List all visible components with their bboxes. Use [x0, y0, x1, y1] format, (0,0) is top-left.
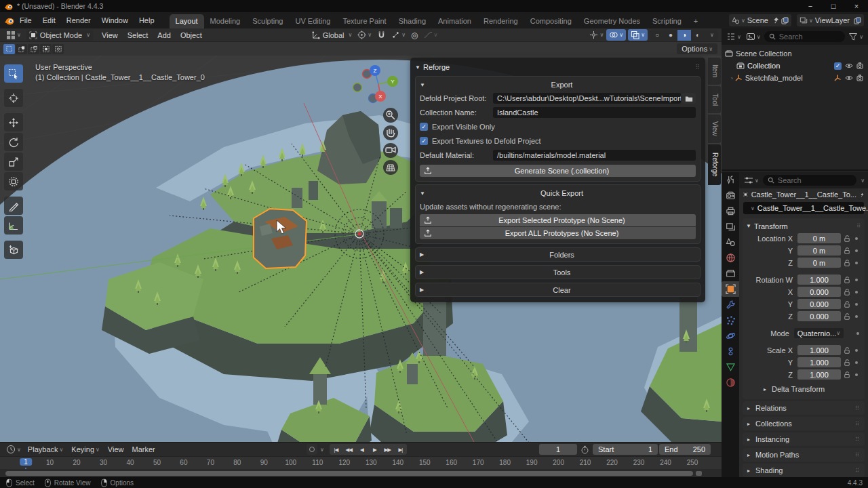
collapse-icon[interactable]: ▸: [747, 468, 755, 474]
animate-dot[interactable]: [853, 262, 860, 264]
frame-end-field[interactable]: End250: [659, 444, 711, 455]
lock-toggle[interactable]: [841, 346, 853, 354]
transform-value-field[interactable]: 0.000: [797, 299, 841, 309]
menu-edit[interactable]: Edit: [37, 14, 61, 26]
collapse-icon[interactable]: ▸: [747, 452, 755, 458]
section-collections[interactable]: ▸Collections⠿: [743, 417, 865, 430]
ruler-tick[interactable]: 250: [687, 459, 698, 466]
options-dropdown[interactable]: Options∨: [677, 43, 717, 54]
viewport-menu-select[interactable]: Select: [123, 30, 153, 41]
physics-properties-tab[interactable]: [722, 328, 739, 344]
frame-start-field[interactable]: Start1: [593, 444, 658, 455]
animate-dot[interactable]: [853, 237, 860, 240]
reforge-section-folders[interactable]: ▶Folders: [415, 247, 701, 262]
workspace-tab-modeling[interactable]: Modeling: [204, 14, 247, 28]
section-relations[interactable]: ▸Relations⠿: [743, 401, 865, 415]
select-mode-extend[interactable]: [16, 44, 27, 54]
maximize-button[interactable]: □: [822, 0, 845, 12]
workspace-tab-layout[interactable]: Layout: [170, 14, 204, 28]
lock-toggle[interactable]: [841, 371, 853, 379]
expand-arrow-icon[interactable]: ›: [731, 75, 733, 81]
select-mode-subtract[interactable]: [28, 44, 39, 54]
shading-material-button[interactable]: ◑: [677, 30, 691, 41]
lock-toggle[interactable]: [841, 288, 853, 296]
pan-hand-button[interactable]: [383, 125, 398, 140]
ruler-tick[interactable]: 60: [180, 459, 187, 466]
ruler-tick[interactable]: 220: [606, 459, 618, 466]
outliner-search-input[interactable]: Search: [764, 31, 845, 42]
browse-folder-button[interactable]: [682, 93, 696, 104]
gizmo-axis-neg-y[interactable]: [353, 83, 362, 92]
collapse-icon[interactable]: ▶: [420, 251, 428, 258]
outliner-row-scene-collection[interactable]: Scene Collection: [722, 47, 868, 60]
perspective-toggle-button[interactable]: [383, 160, 398, 175]
workspace-tab-compositing[interactable]: Compositing: [524, 14, 578, 28]
next-keyframe-button[interactable]: ▶▶: [381, 444, 394, 455]
select-mode-intersect[interactable]: [52, 44, 64, 54]
panel-grip-icon[interactable]: ⠿: [855, 468, 860, 474]
lock-toggle[interactable]: [841, 247, 853, 255]
properties-editor-type-button[interactable]: ∨: [743, 175, 760, 186]
checkbox-checked-icon[interactable]: ✓: [420, 137, 428, 145]
transform-value-field[interactable]: 0 m: [797, 245, 841, 256]
outliner-filter-id-button[interactable]: ∨: [745, 31, 762, 42]
timeline-menu-view[interactable]: View: [104, 444, 128, 455]
properties-search-input[interactable]: Search: [763, 175, 856, 186]
workspace-tab-rendering[interactable]: Rendering: [477, 14, 524, 28]
minimize-button[interactable]: −: [799, 0, 822, 12]
animate-dot[interactable]: [853, 249, 860, 252]
export-all-prototypes-button[interactable]: Export ALL Prototypes (No Scene): [420, 227, 696, 239]
blender-logo-icon[interactable]: [4, 16, 14, 26]
sidebar-tab-tool[interactable]: Tool: [708, 86, 721, 113]
sidebar-tab-view[interactable]: View: [708, 115, 721, 143]
workspace-tab-uv-editing[interactable]: UV Editing: [289, 14, 336, 28]
lock-toggle[interactable]: [841, 300, 853, 308]
reforge-section-tools[interactable]: ▶Tools: [415, 265, 701, 279]
workspace-tab-sculpting[interactable]: Sculpting: [246, 14, 289, 28]
viewlayer-selector[interactable]: ∨ ViewLayer: [797, 14, 864, 26]
transform-value-field[interactable]: 0.000: [797, 311, 841, 321]
object-properties-tab[interactable]: [722, 281, 739, 297]
camera-visibility-icon[interactable]: [856, 74, 865, 82]
transform-value-field[interactable]: 0.000: [797, 287, 841, 297]
collapse-icon[interactable]: ▸: [747, 421, 755, 427]
selected-object[interactable]: [254, 209, 307, 268]
select-mode-invert[interactable]: [40, 44, 52, 54]
current-frame-field[interactable]: 1: [539, 444, 577, 455]
timeline-menu-marker[interactable]: Marker: [128, 444, 159, 455]
shading-solid-button[interactable]: ●: [664, 30, 677, 41]
current-frame-badge[interactable]: 1: [20, 458, 32, 466]
animate-dot[interactable]: [853, 303, 860, 306]
collapse-icon[interactable]: ▸: [747, 405, 755, 411]
outliner-filter-button[interactable]: ∨: [847, 31, 865, 42]
camera-visibility-icon[interactable]: [856, 62, 865, 70]
transform-value-field[interactable]: 0 m: [797, 258, 841, 268]
export-selected-prototype-button[interactable]: Export Selected Prototype (No Scene): [420, 214, 696, 226]
lock-toggle[interactable]: [841, 359, 853, 367]
sidebar-tab-item[interactable]: Item: [708, 58, 721, 85]
ruler-tick[interactable]: 20: [73, 459, 80, 466]
section-instancing[interactable]: ▸Instancing⠿: [743, 432, 865, 446]
orientation-dropdown[interactable]: Global ∨: [309, 29, 355, 41]
show-gizmos-dropdown[interactable]: ∨: [587, 29, 606, 41]
eye-icon[interactable]: [845, 74, 853, 82]
close-button[interactable]: ×: [845, 0, 868, 12]
scene-selector[interactable]: ∨ Scene: [729, 14, 791, 26]
proportional-editing-toggle[interactable]: ◎: [408, 29, 420, 41]
timeline-ruler[interactable]: 1102030405060708090100110120130140150160…: [0, 456, 722, 470]
zoom-button[interactable]: [383, 108, 398, 123]
export-textures-row[interactable]: ✓ Export Textures to Defold Project: [420, 135, 696, 147]
rotation-mode-dropdown[interactable]: Quaternio...∨: [794, 328, 844, 338]
ruler-tick[interactable]: 10: [46, 459, 54, 466]
proportional-falloff-dropdown[interactable]: ∨: [421, 29, 441, 41]
transform-value-field[interactable]: 1.000: [797, 357, 841, 367]
workspace-tab-+[interactable]: +: [688, 14, 704, 28]
collapse-icon[interactable]: ▼: [420, 190, 428, 197]
ruler-tick[interactable]: 200: [553, 459, 564, 466]
transform-value-field[interactable]: 1.000: [797, 345, 841, 355]
transform-value-field[interactable]: 1.000: [797, 369, 841, 380]
overlays-toggle[interactable]: ∨: [606, 29, 626, 41]
viewport-menu-view[interactable]: View: [97, 30, 123, 41]
measure-tool[interactable]: [4, 216, 23, 235]
menu-help[interactable]: Help: [134, 14, 160, 26]
